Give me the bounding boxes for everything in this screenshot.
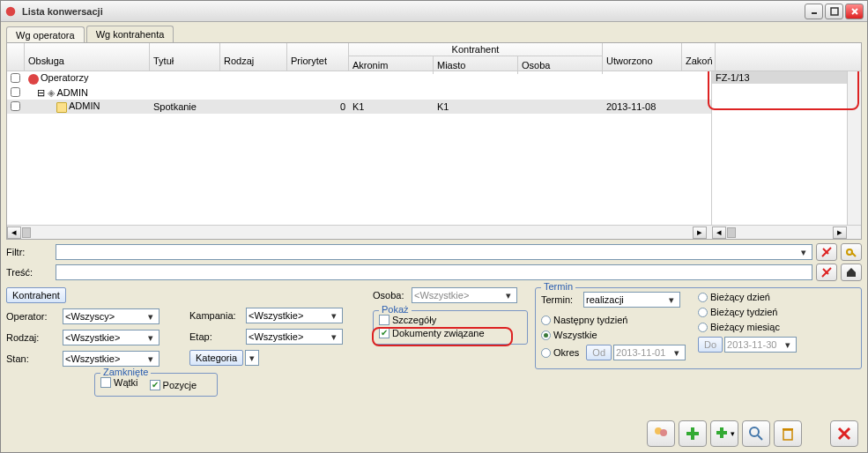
- row-checkbox[interactable]: [11, 87, 20, 97]
- wszystkie-radio[interactable]: Wszystkie: [541, 330, 686, 340]
- titlebar: Lista konwersacji: [1, 1, 867, 22]
- osoba-combo[interactable]: <Wszystkie>▾: [412, 287, 517, 303]
- szczegoly-checkbox[interactable]: Szczegóły: [379, 315, 436, 325]
- scroll-left-icon[interactable]: ◂: [7, 226, 21, 239]
- svg-rect-18: [783, 428, 793, 430]
- users-button[interactable]: [647, 420, 675, 447]
- osoba-label: Osoba:: [373, 290, 412, 301]
- termin-combo[interactable]: realizacji▾: [583, 292, 680, 308]
- watki-checkbox[interactable]: Wątki: [100, 377, 138, 388]
- maximize-button[interactable]: [825, 4, 843, 19]
- row-checkbox[interactable]: [11, 101, 20, 111]
- svg-rect-14: [716, 431, 727, 434]
- operator-label: Operator:: [6, 311, 63, 322]
- right-vscroll[interactable]: ▴ ▾: [847, 71, 861, 225]
- pokaz-legend: Pokaż: [379, 304, 412, 315]
- kategoria-combo[interactable]: ▾: [245, 350, 259, 366]
- zamkniete-fieldset: Zamknięte Wątki ✔Pozycje: [94, 373, 218, 397]
- rodzaj-label: Rodzaj:: [6, 332, 63, 343]
- etap-label: Etap:: [189, 331, 246, 342]
- add-button[interactable]: [679, 420, 707, 447]
- stan-combo[interactable]: <Wszystkie>▾: [63, 351, 160, 367]
- col-tytul[interactable]: Tytuł: [150, 43, 220, 71]
- right-panel-body: FZ-1/13: [711, 71, 847, 225]
- svg-rect-12: [686, 432, 699, 435]
- rodzaj-combo[interactable]: <Wszystkie>▾: [63, 330, 160, 345]
- dokumenty-checkbox[interactable]: ✔Dokumenty związane: [379, 328, 485, 338]
- filter-bottom: Kontrahent Operator:<Wszyscy>▾ Rodzaj:<W…: [6, 287, 862, 369]
- tab-wg-kontrahenta[interactable]: Wg kontrahenta: [86, 26, 174, 42]
- stan-label: Stan:: [6, 353, 63, 364]
- svg-rect-17: [783, 430, 792, 440]
- window-title: Lista konwersacji: [22, 6, 803, 17]
- clear-tresc-button[interactable]: [816, 264, 837, 281]
- filtr-label: Filtr:: [6, 247, 56, 257]
- grid-header: Obsługa Tytuł Rodzaj Priorytet Kontrahen…: [7, 43, 861, 71]
- folder-icon: [56, 102, 67, 113]
- main-window: Lista konwersacji Wg operatora Wg kontra…: [0, 0, 868, 453]
- okres-radio[interactable]: Okres: [541, 347, 579, 358]
- nastepny-tydzien-radio[interactable]: Następny tydzień: [541, 315, 686, 325]
- col-priorytet[interactable]: Priorytet: [287, 43, 349, 71]
- pozycje-checkbox[interactable]: ✔Pozycje: [150, 380, 197, 390]
- search-button[interactable]: [742, 420, 770, 447]
- termin-fieldset: Termin Termin:realizacji▾ Następny tydzi…: [535, 287, 862, 369]
- svg-line-16: [758, 435, 762, 440]
- svg-point-15: [750, 427, 759, 436]
- tresc-input[interactable]: [56, 264, 812, 280]
- do-button[interactable]: Do: [698, 337, 723, 353]
- close-button[interactable]: [845, 4, 864, 19]
- minimize-button[interactable]: [805, 4, 823, 19]
- app-icon: [4, 5, 17, 18]
- filter-area: Filtr: ▾ Treść:: [6, 243, 862, 284]
- col-group-kontrahent: Kontrahent: [349, 43, 603, 56]
- grid-body[interactable]: Operatorzy ⊟ ◈ ADMIN ADMIN Spotkanie 0 K…: [7, 71, 861, 225]
- svg-rect-2: [831, 8, 838, 15]
- biezacy-dzien-radio[interactable]: Bieżący dzień: [698, 292, 797, 302]
- operator-combo[interactable]: <Wszyscy>▾: [63, 308, 160, 324]
- close-window-button[interactable]: [830, 420, 858, 447]
- col-rodzaj[interactable]: Rodzaj: [220, 43, 287, 71]
- kampania-label: Kampania:: [189, 310, 246, 321]
- chevron-down-icon: ▾: [798, 247, 810, 258]
- home-button[interactable]: [841, 264, 862, 281]
- termin-legend: Termin: [541, 281, 575, 292]
- svg-point-10: [660, 429, 667, 436]
- bottom-toolbar: ▾: [1, 415, 867, 452]
- od-date[interactable]: 2013-11-01▾: [613, 345, 686, 360]
- kategoria-button[interactable]: Kategoria: [189, 350, 243, 366]
- scroll-left-icon-2[interactable]: ◂: [712, 226, 726, 239]
- user-icon: [28, 74, 39, 85]
- linked-doc-row[interactable]: FZ-1/13: [712, 71, 847, 84]
- od-button[interactable]: Od: [586, 345, 612, 360]
- filtr-input[interactable]: ▾: [56, 244, 812, 260]
- col-utworzono[interactable]: Utworzono: [603, 43, 682, 71]
- clear-filter-button[interactable]: [816, 243, 837, 261]
- do-date[interactable]: 2013-11-30▾: [724, 337, 797, 353]
- biezacy-tydzien-radio[interactable]: Bieżący tydzień: [698, 307, 797, 317]
- biezacy-miesiac-radio[interactable]: Bieżący miesiąc: [698, 322, 797, 332]
- tresc-label: Treść:: [6, 267, 56, 278]
- hscroll-left[interactable]: ◂ ▸ ◂ ▸: [7, 225, 861, 239]
- kontrahent-button[interactable]: Kontrahent: [6, 287, 66, 303]
- scroll-right-icon[interactable]: ▸: [693, 226, 707, 239]
- zamkniete-legend: Zamknięte: [100, 367, 151, 377]
- svg-point-0: [6, 6, 16, 16]
- etap-combo[interactable]: <Wszystkie>▾: [246, 329, 343, 345]
- filter-settings-button[interactable]: [841, 243, 862, 261]
- col-zakon[interactable]: Zakoń: [682, 43, 716, 71]
- add-dropdown-button[interactable]: ▾: [710, 420, 738, 447]
- scroll-right-icon-2[interactable]: ▸: [833, 226, 847, 239]
- termin-label: Termin:: [541, 294, 583, 305]
- grid-panel: Obsługa Tytuł Rodzaj Priorytet Kontrahen…: [6, 42, 862, 240]
- tab-strip: Wg operatora Wg kontrahenta: [1, 22, 867, 42]
- row-checkbox[interactable]: [11, 73, 20, 83]
- tab-wg-operatora[interactable]: Wg operatora: [6, 26, 85, 43]
- delete-button[interactable]: [774, 420, 802, 447]
- kampania-combo[interactable]: <Wszystkie>▾: [246, 308, 343, 323]
- col-obsluga[interactable]: Obsługa: [25, 43, 150, 71]
